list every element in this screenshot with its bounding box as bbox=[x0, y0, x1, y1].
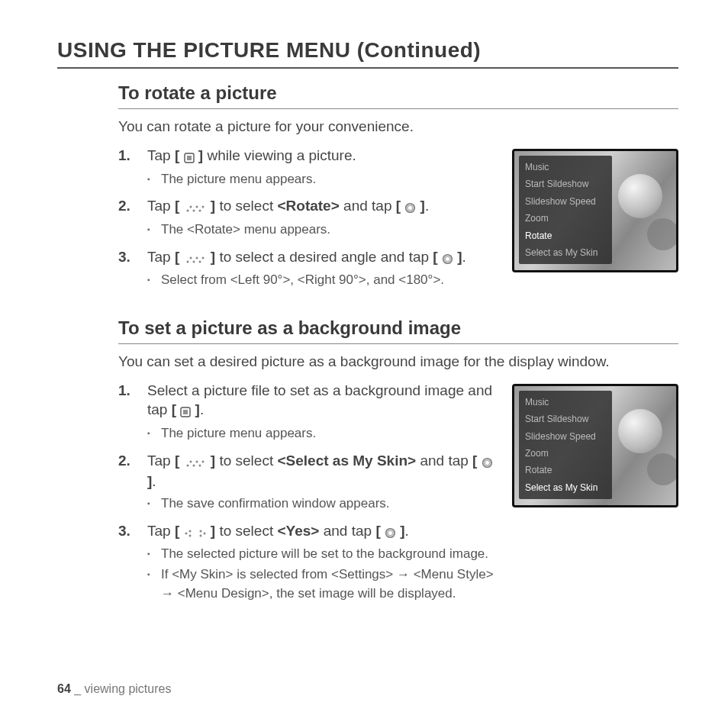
menu-item: Rotate bbox=[519, 227, 612, 244]
sub-list: The <Rotate> menu appears. bbox=[147, 221, 500, 240]
menu-item: Slideshow Speed bbox=[519, 428, 612, 445]
svg-point-32 bbox=[185, 532, 187, 534]
section-background: To set a picture as a background image Y… bbox=[118, 317, 678, 610]
svg-point-34 bbox=[188, 534, 191, 536]
step-item: Select a picture file to set as a backgr… bbox=[118, 381, 500, 443]
svg-point-36 bbox=[199, 534, 201, 536]
page-title: USING THE PICTURE MENU (Continued) bbox=[57, 38, 678, 69]
menu-item: Select as My Skin bbox=[519, 244, 612, 261]
select-icon bbox=[442, 249, 453, 269]
section-intro: You can set a desired picture as a backg… bbox=[118, 353, 678, 370]
footer-sep: _ bbox=[71, 682, 85, 695]
menu-item: Music bbox=[519, 394, 612, 411]
svg-point-4 bbox=[186, 210, 188, 212]
select-icon bbox=[482, 453, 493, 472]
menu-item: Rotate bbox=[519, 462, 612, 478]
sub-list: The selected picture will be set to the … bbox=[147, 545, 500, 603]
select-icon bbox=[385, 523, 396, 543]
menu-icon bbox=[180, 401, 191, 421]
section-intro: You can rotate a picture for your conven… bbox=[118, 118, 678, 135]
svg-point-16 bbox=[198, 260, 201, 263]
sub-item: Select from <Left 90°>, <Right 90°>, and… bbox=[147, 271, 500, 290]
svg-point-37 bbox=[203, 532, 205, 534]
bold-option: <Rotate> bbox=[277, 198, 339, 214]
svg-point-27 bbox=[195, 460, 198, 462]
svg-point-25 bbox=[189, 460, 192, 462]
menu-item: Start Sildeshow bbox=[519, 411, 612, 427]
svg-point-6 bbox=[192, 210, 195, 212]
svg-point-35 bbox=[199, 530, 201, 532]
svg-point-15 bbox=[195, 256, 198, 259]
svg-point-28 bbox=[198, 464, 201, 466]
svg-point-14 bbox=[192, 260, 195, 263]
svg-point-39 bbox=[388, 531, 392, 535]
sub-item: The save confirmation window appears. bbox=[147, 494, 500, 514]
leftright-icon bbox=[184, 523, 207, 543]
bold-option: <Select as My Skin> bbox=[277, 453, 416, 469]
step-item: Tap [ ] to select <Select as My Skin> an… bbox=[118, 451, 500, 514]
menu-item: Music bbox=[519, 159, 612, 176]
step-item: Tap [ ] to select <Yes> and tap [ ].The … bbox=[118, 521, 500, 604]
sub-item: The picture menu appears. bbox=[147, 424, 500, 443]
page-footer: 64 _ viewing pictures bbox=[57, 682, 171, 696]
sub-list: The picture menu appears. bbox=[147, 170, 500, 189]
menu-item: Slideshow Speed bbox=[519, 193, 612, 210]
svg-point-13 bbox=[189, 256, 192, 259]
svg-point-7 bbox=[195, 206, 198, 208]
menu-overlay: MusicStart SildeshowSlideshow SpeedZoomR… bbox=[519, 391, 612, 499]
section-rotate: To rotate a picture You can rotate a pic… bbox=[118, 82, 678, 298]
svg-point-9 bbox=[201, 206, 204, 208]
sub-list: Select from <Left 90°>, <Right 90°>, and… bbox=[147, 271, 500, 290]
device-screenshot: MusicStart SildeshowSlideshow SpeedZoomR… bbox=[512, 384, 678, 507]
svg-point-19 bbox=[446, 257, 449, 261]
svg-point-33 bbox=[188, 530, 191, 532]
menu-item: Zoom bbox=[519, 210, 612, 227]
svg-point-12 bbox=[186, 260, 188, 263]
section-heading: To rotate a picture bbox=[118, 82, 678, 109]
sub-item: The selected picture will be set to the … bbox=[147, 545, 500, 564]
sub-list: The picture menu appears. bbox=[147, 424, 500, 443]
menu-overlay: MusicStart SildeshowSlideshow SpeedZoomR… bbox=[519, 156, 612, 264]
sub-item: The <Rotate> menu appears. bbox=[147, 221, 500, 240]
sub-item: If <My Skin> is selected from <Settings>… bbox=[147, 565, 500, 603]
svg-point-17 bbox=[201, 256, 204, 259]
device-screenshot: MusicStart SildeshowSlideshow SpeedZoomR… bbox=[512, 149, 678, 272]
menu-item: Start Sildeshow bbox=[519, 176, 612, 192]
page-number: 64 bbox=[57, 682, 71, 695]
svg-point-31 bbox=[485, 461, 489, 465]
updown-icon bbox=[184, 249, 207, 269]
footer-label: viewing pictures bbox=[85, 682, 172, 695]
sub-list: The save confirmation window appears. bbox=[147, 494, 500, 514]
select-icon bbox=[404, 198, 416, 217]
menu-icon bbox=[184, 147, 195, 167]
bold-option: <Yes> bbox=[277, 523, 319, 539]
svg-point-24 bbox=[186, 464, 188, 466]
updown-icon bbox=[184, 198, 207, 217]
step-item: Tap [ ] to select a desired angle and ta… bbox=[118, 247, 500, 290]
svg-point-8 bbox=[198, 210, 201, 212]
svg-point-5 bbox=[189, 206, 192, 208]
step-item: Tap [ ] while viewing a picture.The pict… bbox=[118, 146, 500, 188]
step-item: Tap [ ] to select <Rotate> and tap [ ].T… bbox=[118, 196, 500, 239]
sub-item: The picture menu appears. bbox=[147, 170, 500, 189]
svg-point-11 bbox=[408, 206, 412, 210]
svg-point-29 bbox=[201, 460, 204, 462]
steps-list: Tap [ ] while viewing a picture.The pict… bbox=[118, 146, 500, 290]
updown-icon bbox=[184, 453, 207, 472]
svg-point-26 bbox=[192, 464, 195, 466]
menu-item: Select as My Skin bbox=[519, 479, 612, 496]
steps-list: Select a picture file to set as a backgr… bbox=[118, 381, 500, 603]
menu-item: Zoom bbox=[519, 445, 612, 462]
section-heading: To set a picture as a background image bbox=[118, 317, 678, 344]
